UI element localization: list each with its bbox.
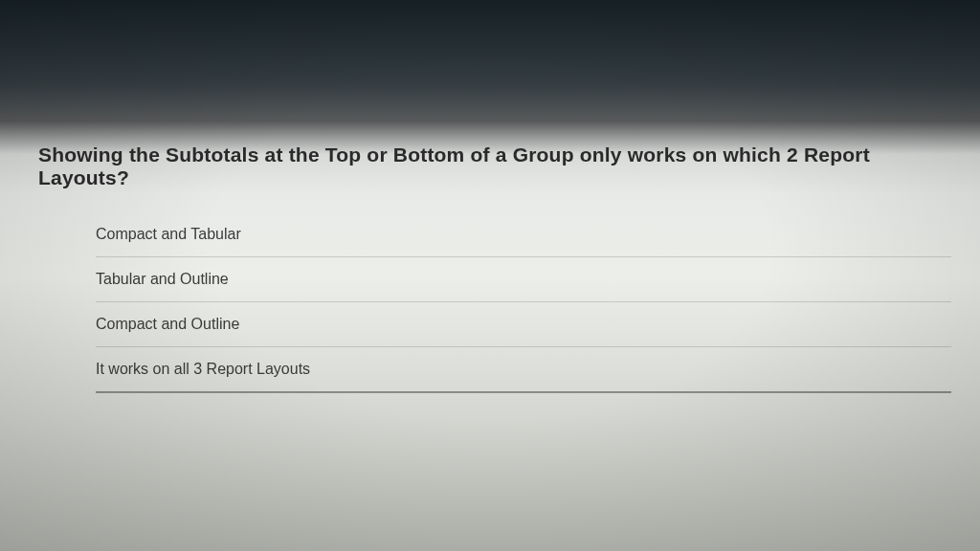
option-item[interactable]: Compact and Tabular xyxy=(96,212,951,257)
option-item[interactable]: Compact and Outline xyxy=(96,302,951,347)
options-list: Compact and Tabular Tabular and Outline … xyxy=(38,212,951,393)
option-item[interactable]: It works on all 3 Report Layouts xyxy=(96,347,951,393)
question-paper: Showing the Subtotals at the Top or Bott… xyxy=(0,124,980,412)
photo-shadow-top xyxy=(0,0,980,115)
question-text: Showing the Subtotals at the Top or Bott… xyxy=(38,143,951,189)
option-item[interactable]: Tabular and Outline xyxy=(96,257,951,302)
